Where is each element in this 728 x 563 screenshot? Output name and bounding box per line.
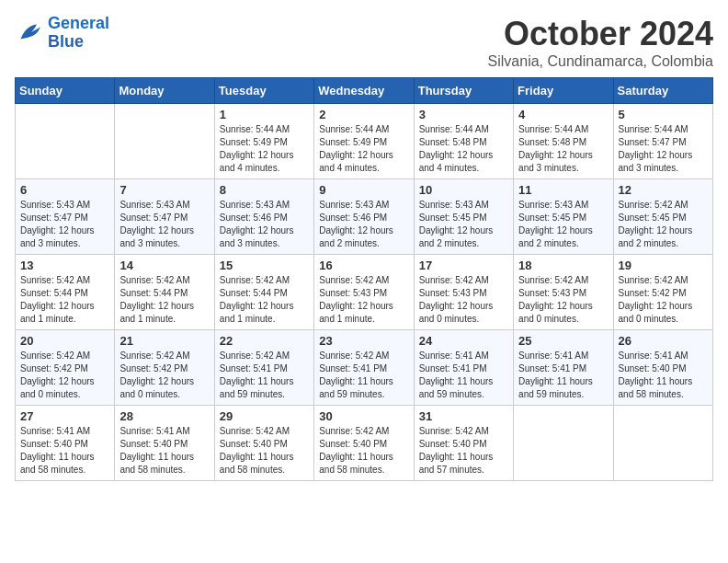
day-number: 29 xyxy=(220,409,309,423)
calendar-cell: 28Sunrise: 5:41 AM Sunset: 5:40 PM Dayli… xyxy=(115,406,214,481)
calendar-cell: 15Sunrise: 5:42 AM Sunset: 5:44 PM Dayli… xyxy=(214,255,313,330)
calendar-cell: 27Sunrise: 5:41 AM Sunset: 5:40 PM Dayli… xyxy=(16,406,115,481)
calendar-cell: 19Sunrise: 5:42 AM Sunset: 5:42 PM Dayli… xyxy=(613,255,712,330)
day-number: 27 xyxy=(20,409,109,423)
day-number: 19 xyxy=(619,259,708,272)
cell-info: Sunrise: 5:42 AM Sunset: 5:41 PM Dayligh… xyxy=(319,350,408,401)
page-header: General Blue October 2024 Silvania, Cund… xyxy=(15,15,713,70)
title-block: October 2024 Silvania, Cundinamarca, Col… xyxy=(488,15,713,70)
cell-info: Sunrise: 5:44 AM Sunset: 5:49 PM Dayligh… xyxy=(220,123,309,175)
calendar-cell: 24Sunrise: 5:41 AM Sunset: 5:41 PM Dayli… xyxy=(414,330,513,406)
logo: General Blue xyxy=(15,15,109,52)
calendar-cell: 12Sunrise: 5:42 AM Sunset: 5:45 PM Dayli… xyxy=(613,179,712,255)
calendar-cell: 8Sunrise: 5:43 AM Sunset: 5:46 PM Daylig… xyxy=(214,179,313,255)
calendar-cell: 25Sunrise: 5:41 AM Sunset: 5:41 PM Dayli… xyxy=(514,330,613,406)
month-title: October 2024 xyxy=(488,15,713,53)
calendar-cell: 13Sunrise: 5:42 AM Sunset: 5:44 PM Dayli… xyxy=(16,255,115,330)
day-number: 2 xyxy=(319,108,408,121)
calendar-cell: 20Sunrise: 5:42 AM Sunset: 5:42 PM Dayli… xyxy=(16,330,115,406)
day-number: 10 xyxy=(419,183,508,197)
day-number: 20 xyxy=(20,334,109,348)
day-number: 22 xyxy=(220,334,309,348)
calendar-cell: 18Sunrise: 5:42 AM Sunset: 5:43 PM Dayli… xyxy=(514,255,613,330)
week-row-4: 20Sunrise: 5:42 AM Sunset: 5:42 PM Dayli… xyxy=(16,330,713,406)
day-header-wednesday: Wednesday xyxy=(314,78,414,104)
calendar-cell: 21Sunrise: 5:42 AM Sunset: 5:42 PM Dayli… xyxy=(115,330,214,406)
day-header-friday: Friday xyxy=(514,78,613,104)
day-number: 24 xyxy=(419,334,508,348)
calendar-cell: 14Sunrise: 5:42 AM Sunset: 5:44 PM Dayli… xyxy=(115,255,214,330)
day-number: 3 xyxy=(419,108,508,121)
day-number: 26 xyxy=(619,334,708,348)
day-number: 18 xyxy=(518,259,608,272)
calendar-cell: 3Sunrise: 5:44 AM Sunset: 5:48 PM Daylig… xyxy=(414,104,513,179)
calendar-cell: 11Sunrise: 5:43 AM Sunset: 5:45 PM Dayli… xyxy=(514,179,613,255)
cell-info: Sunrise: 5:41 AM Sunset: 5:40 PM Dayligh… xyxy=(20,425,109,477)
cell-info: Sunrise: 5:42 AM Sunset: 5:41 PM Dayligh… xyxy=(220,350,309,401)
cell-info: Sunrise: 5:41 AM Sunset: 5:41 PM Dayligh… xyxy=(518,350,608,401)
cell-info: Sunrise: 5:43 AM Sunset: 5:45 PM Dayligh… xyxy=(419,199,508,250)
cell-info: Sunrise: 5:42 AM Sunset: 5:42 PM Dayligh… xyxy=(20,350,109,401)
cell-info: Sunrise: 5:43 AM Sunset: 5:45 PM Dayligh… xyxy=(518,199,608,250)
calendar-cell xyxy=(514,406,613,481)
day-number: 4 xyxy=(518,108,608,121)
cell-info: Sunrise: 5:43 AM Sunset: 5:46 PM Dayligh… xyxy=(220,199,309,250)
cell-info: Sunrise: 5:43 AM Sunset: 5:47 PM Dayligh… xyxy=(20,199,109,250)
calendar-cell: 2Sunrise: 5:44 AM Sunset: 5:49 PM Daylig… xyxy=(314,104,414,179)
day-header-monday: Monday xyxy=(115,78,214,104)
week-row-3: 13Sunrise: 5:42 AM Sunset: 5:44 PM Dayli… xyxy=(16,255,713,330)
calendar-cell: 6Sunrise: 5:43 AM Sunset: 5:47 PM Daylig… xyxy=(16,179,115,255)
day-number: 25 xyxy=(518,334,608,348)
calendar-cell xyxy=(115,104,214,179)
day-number: 13 xyxy=(20,259,109,272)
week-row-2: 6Sunrise: 5:43 AM Sunset: 5:47 PM Daylig… xyxy=(16,179,713,255)
day-number: 8 xyxy=(220,183,309,197)
day-number: 16 xyxy=(319,259,408,272)
logo-blue: Blue xyxy=(48,32,84,51)
day-number: 23 xyxy=(319,334,408,348)
calendar-cell: 23Sunrise: 5:42 AM Sunset: 5:41 PM Dayli… xyxy=(314,330,414,406)
day-number: 12 xyxy=(619,183,708,197)
calendar-cell: 5Sunrise: 5:44 AM Sunset: 5:47 PM Daylig… xyxy=(613,104,712,179)
cell-info: Sunrise: 5:42 AM Sunset: 5:44 PM Dayligh… xyxy=(20,274,109,326)
calendar-cell: 29Sunrise: 5:42 AM Sunset: 5:40 PM Dayli… xyxy=(214,406,313,481)
cell-info: Sunrise: 5:42 AM Sunset: 5:43 PM Dayligh… xyxy=(319,274,408,326)
calendar-cell: 17Sunrise: 5:42 AM Sunset: 5:43 PM Dayli… xyxy=(414,255,513,330)
calendar-cell: 7Sunrise: 5:43 AM Sunset: 5:47 PM Daylig… xyxy=(115,179,214,255)
day-header-tuesday: Tuesday xyxy=(214,78,313,104)
cell-info: Sunrise: 5:42 AM Sunset: 5:40 PM Dayligh… xyxy=(319,425,408,477)
calendar-cell: 4Sunrise: 5:44 AM Sunset: 5:48 PM Daylig… xyxy=(514,104,613,179)
logo-icon xyxy=(15,18,44,48)
day-number: 14 xyxy=(119,259,209,272)
cell-info: Sunrise: 5:44 AM Sunset: 5:48 PM Dayligh… xyxy=(419,123,508,175)
cell-info: Sunrise: 5:42 AM Sunset: 5:45 PM Dayligh… xyxy=(619,199,708,250)
calendar-cell: 30Sunrise: 5:42 AM Sunset: 5:40 PM Dayli… xyxy=(314,406,414,481)
cell-info: Sunrise: 5:42 AM Sunset: 5:40 PM Dayligh… xyxy=(220,425,309,477)
cell-info: Sunrise: 5:42 AM Sunset: 5:43 PM Dayligh… xyxy=(518,274,608,326)
cell-info: Sunrise: 5:41 AM Sunset: 5:41 PM Dayligh… xyxy=(419,350,508,401)
cell-info: Sunrise: 5:42 AM Sunset: 5:42 PM Dayligh… xyxy=(619,274,708,326)
cell-info: Sunrise: 5:42 AM Sunset: 5:42 PM Dayligh… xyxy=(119,350,209,401)
calendar-cell: 16Sunrise: 5:42 AM Sunset: 5:43 PM Dayli… xyxy=(314,255,414,330)
day-number: 7 xyxy=(119,183,209,197)
cell-info: Sunrise: 5:44 AM Sunset: 5:48 PM Dayligh… xyxy=(518,123,608,175)
day-number: 11 xyxy=(518,183,608,197)
cell-info: Sunrise: 5:41 AM Sunset: 5:40 PM Dayligh… xyxy=(119,425,209,477)
calendar-table: SundayMondayTuesdayWednesdayThursdayFrid… xyxy=(15,77,713,481)
cell-info: Sunrise: 5:41 AM Sunset: 5:40 PM Dayligh… xyxy=(619,350,708,401)
calendar-cell: 10Sunrise: 5:43 AM Sunset: 5:45 PM Dayli… xyxy=(414,179,513,255)
day-number: 5 xyxy=(619,108,708,121)
day-number: 31 xyxy=(419,409,508,423)
calendar-cell: 9Sunrise: 5:43 AM Sunset: 5:46 PM Daylig… xyxy=(314,179,414,255)
day-number: 15 xyxy=(220,259,309,272)
cell-info: Sunrise: 5:42 AM Sunset: 5:40 PM Dayligh… xyxy=(419,425,508,477)
day-number: 1 xyxy=(220,108,309,121)
cell-info: Sunrise: 5:42 AM Sunset: 5:43 PM Dayligh… xyxy=(419,274,508,326)
calendar-cell: 26Sunrise: 5:41 AM Sunset: 5:40 PM Dayli… xyxy=(613,330,712,406)
calendar-cell: 22Sunrise: 5:42 AM Sunset: 5:41 PM Dayli… xyxy=(214,330,313,406)
cell-info: Sunrise: 5:42 AM Sunset: 5:44 PM Dayligh… xyxy=(220,274,309,326)
day-number: 6 xyxy=(20,183,109,197)
day-number: 17 xyxy=(419,259,508,272)
calendar-cell xyxy=(16,104,115,179)
day-number: 28 xyxy=(119,409,209,423)
